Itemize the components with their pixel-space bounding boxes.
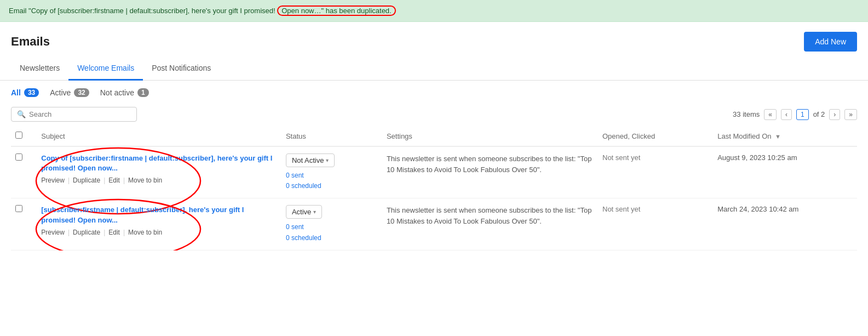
- row1-modified-text: August 9, 2023 10:25 am: [717, 153, 797, 162]
- prev-page-button[interactable]: ‹: [781, 109, 792, 120]
- row2-modified-cell: March 24, 2023 10:42 am: [713, 198, 857, 250]
- row1-subject-link[interactable]: Copy of [subscriber:firstname | default:…: [41, 153, 277, 173]
- items-count: 33 items: [733, 110, 760, 118]
- emails-table: Subject Status Settings Opened, Clicked …: [11, 126, 857, 250]
- banner-text: Email "Copy of [subscriber:firstname | d…: [9, 7, 396, 15]
- row2-chevron-icon: ▾: [313, 209, 316, 215]
- table-header-row: Subject Status Settings Opened, Clicked …: [11, 126, 857, 146]
- filter-all[interactable]: All 33: [11, 88, 39, 97]
- table-container: Subject Status Settings Opened, Clicked …: [0, 126, 868, 250]
- row2-subject-link[interactable]: [subscriber:firstname | default:subscrib…: [41, 205, 277, 225]
- header-checkbox: [11, 126, 37, 146]
- row1-chevron-icon: ▾: [326, 157, 329, 163]
- row2-actions: Preview | Duplicate | Edit | Move to bin: [41, 229, 277, 236]
- header-opened: Opened, Clicked: [598, 126, 713, 146]
- row1-status-label: Not Active: [292, 156, 324, 164]
- tab-post-notifications[interactable]: Post Notifications: [143, 57, 220, 81]
- filter-active-badge: 32: [74, 88, 89, 97]
- tabs: Newsletters Welcome Emails Post Notifica…: [11, 57, 857, 80]
- filter-all-label: All: [11, 88, 21, 97]
- filter-not-active-label: Not active: [100, 88, 134, 97]
- page-title: Emails: [11, 35, 50, 49]
- next-page-button[interactable]: ›: [829, 109, 840, 120]
- row2-settings-text: This newsletter is sent when someone sub…: [387, 206, 592, 225]
- row1-settings-text: This newsletter is sent when someone sub…: [387, 155, 592, 174]
- row1-checkbox-cell: [11, 146, 37, 198]
- row1-checkbox[interactable]: [15, 153, 22, 161]
- row1-settings-cell: This newsletter is sent when someone sub…: [382, 146, 598, 198]
- banner-highlighted: Open now…" has been duplicated.: [277, 5, 395, 16]
- row2-movetobin-action[interactable]: Move to bin: [128, 229, 162, 236]
- row1-edit-action[interactable]: Edit: [108, 176, 120, 184]
- search-box[interactable]: 🔍: [11, 107, 137, 122]
- toolbar: 🔍 33 items « ‹ 1 of 2 › »: [0, 102, 868, 126]
- row2-duplicate-action[interactable]: Duplicate: [73, 229, 100, 236]
- filter-all-badge: 33: [24, 88, 39, 97]
- row1-movetobin-action[interactable]: Move to bin: [128, 176, 162, 184]
- row1-status-cell: Not Active ▾ 0 sent 0 scheduled: [281, 146, 382, 198]
- row1-actions: Preview | Duplicate | Edit | Move to bin: [41, 176, 277, 184]
- row2-preview-action[interactable]: Preview: [41, 229, 65, 236]
- filter-active-label: Active: [50, 88, 71, 97]
- row1-status-dropdown[interactable]: Not Active ▾: [286, 153, 335, 167]
- select-all-checkbox[interactable]: [15, 132, 22, 139]
- header-status: Status: [281, 126, 382, 146]
- page-of-label: of 2: [813, 110, 825, 118]
- row2-status-cell: Active ▾ 0 sent 0 scheduled: [281, 198, 382, 250]
- filter-not-active[interactable]: Not active 1: [100, 88, 149, 97]
- page-header: Emails Add New: [0, 22, 868, 57]
- last-page-button[interactable]: »: [844, 109, 857, 120]
- add-new-button[interactable]: Add New: [804, 32, 857, 52]
- tabs-container: Newsletters Welcome Emails Post Notifica…: [0, 57, 868, 81]
- row2-opened-text: Not sent yet: [602, 205, 640, 213]
- row1-modified-cell: August 9, 2023 10:25 am: [713, 146, 857, 198]
- row2-sent-info: 0 sent 0 scheduled: [286, 222, 378, 243]
- filter-row: All 33 Active 32 Not active 1: [0, 81, 868, 102]
- row2-checkbox[interactable]: [15, 205, 22, 212]
- header-last-modified: Last Modified On ▼: [713, 126, 857, 146]
- row1-subject-cell: Copy of [subscriber:firstname | default:…: [37, 146, 281, 198]
- sort-arrow-icon: ▼: [775, 133, 781, 140]
- row1-opened-cell: Not sent yet: [598, 146, 713, 198]
- success-banner: Email "Copy of [subscriber:firstname | d…: [0, 0, 868, 22]
- search-input[interactable]: [29, 110, 131, 118]
- row1-preview-action[interactable]: Preview: [41, 176, 65, 184]
- row2-edit-action[interactable]: Edit: [108, 229, 120, 236]
- table-row: [subscriber:firstname | default:subscrib…: [11, 198, 857, 250]
- header-settings: Settings: [382, 126, 598, 146]
- tab-welcome-emails[interactable]: Welcome Emails: [68, 57, 143, 81]
- row2-checkbox-cell: [11, 198, 37, 250]
- header-subject: Subject: [37, 126, 281, 146]
- row2-opened-cell: Not sent yet: [598, 198, 713, 250]
- table-row: Copy of [subscriber:firstname | default:…: [11, 146, 857, 198]
- row2-status-dropdown[interactable]: Active ▾: [286, 205, 322, 219]
- row2-status-label: Active: [292, 208, 311, 216]
- row2-subject-cell: [subscriber:firstname | default:subscrib…: [37, 198, 281, 250]
- filter-not-active-badge: 1: [137, 88, 149, 97]
- search-icon: 🔍: [17, 110, 26, 118]
- row1-sent-info: 0 sent 0 scheduled: [286, 170, 378, 191]
- row1-duplicate-action[interactable]: Duplicate: [73, 176, 100, 184]
- current-page: 1: [796, 109, 809, 120]
- row2-modified-text: March 24, 2023 10:42 am: [717, 205, 798, 213]
- pagination-info: 33 items « ‹ 1 of 2 › »: [733, 109, 857, 120]
- first-page-button[interactable]: «: [764, 109, 777, 120]
- row1-opened-text: Not sent yet: [602, 153, 640, 162]
- tab-newsletters[interactable]: Newsletters: [11, 57, 68, 81]
- filter-active[interactable]: Active 32: [50, 88, 89, 97]
- row2-settings-cell: This newsletter is sent when someone sub…: [382, 198, 598, 250]
